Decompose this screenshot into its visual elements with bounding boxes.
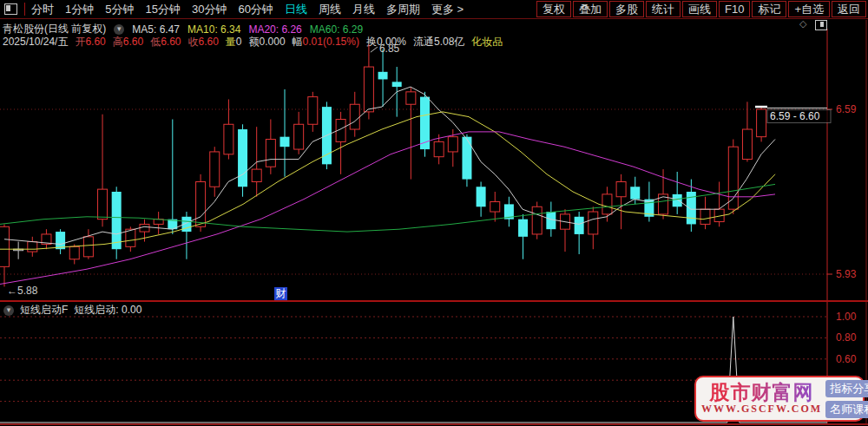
candle-body-7 [98,189,108,220]
price-axis-label-2: 5.93 [836,268,857,280]
watermark-badge-1: 指标分享 [825,380,868,397]
low-price-marker: ←5.88 [7,285,38,297]
candle-body-14 [196,181,206,226]
candle-body-35 [490,202,500,213]
candle-body-0 [0,226,10,266]
candle-body-22 [308,97,318,125]
price-axis-label-1: 6.59 [836,103,857,115]
sub-axis-label-3: 0.60 [836,353,857,365]
candle-body-44 [616,181,626,196]
candle-body-21 [294,124,304,149]
candle-body-32 [448,137,457,152]
diamond-icon[interactable]: ◇ [799,18,806,29]
sub-indicator-value: 短线启动: 0.00 [74,303,141,318]
candle-body-48 [673,194,682,206]
candle-body-2 [28,242,37,252]
watermark-badges: 指标分享名师课程 [825,380,868,418]
candle-body-54 [757,109,766,137]
watermark-url: WWW.GSCFW.COM [701,403,822,416]
high-marker-pointer [371,47,378,52]
watermark-text: 股市财富网 WWW.GSCFW.COM [701,382,822,416]
candle-body-5 [69,246,79,259]
candle-body-4 [56,232,65,249]
candle-body-8 [112,192,122,249]
sub-axis-label-1: 1.00 [836,311,857,323]
candle-body-41 [575,217,584,234]
candle-body-19 [266,140,275,167]
sub-indicator-header: ▾ 短线启动F 短线启动: 0.00 [3,303,141,318]
candle-body-17 [238,129,247,187]
candle-body-27 [378,72,388,80]
candle-body-9 [126,229,135,246]
candle-body-37 [518,220,528,237]
watermark-title: 股市财富网 [701,382,822,403]
current-price-tag: 6.59 - 6.60 [770,110,820,122]
candle-body-52 [728,147,738,209]
candle-body-6 [83,237,93,257]
candle-body-42 [589,212,598,234]
candle-body-15 [210,152,220,187]
sub-axis-label-2: 0.80 [836,331,857,344]
candle-body-18 [252,169,261,181]
candle-body-38 [532,206,542,234]
candle-body-10 [140,224,149,232]
cai-ad-badge: 财 [274,287,287,300]
candle-body-20 [280,137,290,147]
candle-body-26 [364,67,373,112]
main-chart[interactable]: 6.595.931.000.800.606.85←5.886.59 - 6.60 [0,0,868,426]
candle-body-29 [406,92,416,104]
app-window: 分时1分钟5分钟15分钟30分钟60分钟日线周线月线多周期更多 > 复权叠加多股… [0,0,868,426]
watermark-badge-2: 名师课程 [825,401,868,418]
candle-body-25 [350,104,359,129]
candle-body-39 [546,212,556,229]
candle-body-28 [392,82,402,87]
candle-body-33 [462,137,471,180]
watermark: 股市财富网 WWW.GSCFW.COM 指标分享名师课程 [694,376,865,422]
candle-body-34 [477,187,486,206]
candle-body-43 [602,194,612,214]
split-panel-icon[interactable] [815,20,827,30]
candle-body-31 [434,141,444,156]
candle-body-16 [224,124,233,154]
candle-body-45 [630,187,640,199]
chevron-down-circle-icon[interactable]: ▾ [3,305,14,316]
candle-body-50 [700,209,710,224]
sub-indicator-name[interactable]: 短线启动F [20,303,68,318]
candle-body-53 [742,129,752,160]
high-price-marker: 6.85 [379,43,400,55]
